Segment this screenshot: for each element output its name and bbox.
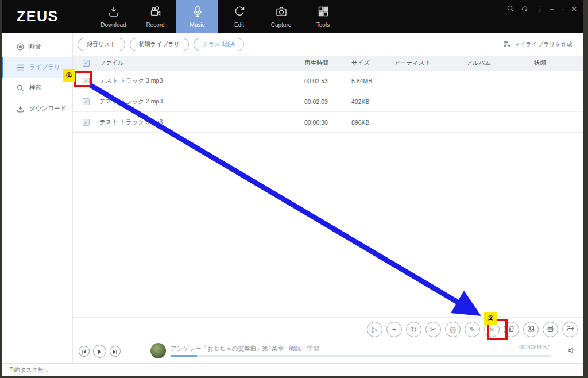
sidebar-item-search[interactable]: 検索	[2, 78, 72, 98]
player-controls	[79, 345, 121, 358]
stack-icon	[547, 325, 554, 334]
list-icon	[16, 64, 24, 71]
refresh-icon: ↻	[411, 325, 417, 334]
status-text: 予約タスク無し	[9, 366, 49, 374]
row-checkbox[interactable]: ✓	[83, 98, 90, 105]
tab-music[interactable]: Music	[176, 0, 218, 33]
column-header-file[interactable]: ファイル	[99, 59, 304, 67]
step-1-badge: ①	[63, 69, 75, 82]
batch-button[interactable]	[543, 322, 558, 337]
sidebar-item-download[interactable]: ダウンロード	[2, 98, 72, 119]
table-row[interactable]: ✓ テスト トラック 3.mp3 00:02:53 5.84MB	[73, 71, 583, 91]
cell-file: テスト トラック 2.mp3	[99, 98, 304, 106]
player-bar: アンゲラー「おもちゃの交響曲」第1楽章 - 朗読、学習 00:30/04:57	[73, 341, 583, 363]
filter-pill-recording-list[interactable]: 録音リスト	[78, 38, 125, 51]
player-progress-bar[interactable]	[171, 355, 551, 357]
burn-disc-button[interactable]: ◎	[445, 322, 461, 337]
window-controls: ⋮ – ▫ ✕	[507, 5, 577, 13]
cell-size: 402KB	[351, 98, 394, 105]
column-header-artist[interactable]: アーティスト	[394, 59, 466, 67]
close-button[interactable]: ✕	[571, 6, 577, 13]
filter-bar: 録音リスト 初期ライブラリ クラス 1組A マイライブラリを作成	[73, 33, 583, 56]
top-navigation-bar: ZEUS Download Record	[2, 0, 583, 33]
play-icon: ▷	[372, 325, 378, 334]
pill-label: 初期ライブラリ	[139, 40, 180, 48]
track-list: ✓ テスト トラック 3.mp3 00:02:53 5.84MB ✓ テスト ト…	[73, 71, 583, 133]
search-icon	[16, 84, 24, 92]
sidebar-item-label: ライブラリ	[29, 63, 60, 71]
table-row[interactable]: ✓ テスト トラック 2.mp3 00:02:03 402KB	[73, 91, 583, 112]
filter-pill-class-1a[interactable]: クラス 1組A	[194, 38, 244, 51]
sidebar: 録音 ライブラリ 検索 ダウンロード	[2, 33, 73, 363]
cell-duration: 00:00:30	[304, 119, 351, 126]
tab-capture[interactable]: Capture	[260, 0, 302, 33]
column-header-album[interactable]: アルバム	[466, 59, 534, 67]
play-track-button[interactable]	[93, 345, 106, 358]
minimize-button[interactable]: –	[550, 6, 554, 13]
column-header-size[interactable]: サイズ	[351, 59, 394, 67]
download-small-icon	[16, 105, 24, 113]
tab-edit[interactable]: Edit	[218, 0, 260, 33]
nav-label: Music	[189, 22, 204, 28]
sidebar-item-label: 検索	[29, 84, 41, 92]
menu-dots-icon[interactable]: ⋮	[536, 6, 543, 13]
track-title: アンゲラー「おもちゃの交響曲」第1楽章 - 朗読、学習	[171, 345, 319, 353]
cut-button[interactable]: ✂	[425, 322, 441, 337]
tab-record[interactable]: Record	[134, 0, 176, 33]
next-track-button[interactable]	[110, 346, 121, 357]
microphone-icon	[191, 5, 204, 20]
list-plus-icon	[504, 40, 511, 49]
filter-pill-default-library[interactable]: 初期ライブラリ	[130, 38, 189, 51]
player-time: 00:30/04:57	[519, 344, 550, 350]
play-icon	[97, 346, 102, 357]
tab-download[interactable]: Download	[92, 0, 134, 33]
nav-label: Download	[100, 22, 126, 28]
scissors-icon: ✂	[430, 325, 436, 334]
volume-button[interactable]	[568, 346, 576, 357]
camera-icon	[275, 5, 288, 20]
search-icon[interactable]	[507, 5, 514, 13]
pill-label: クラス 1組A	[203, 40, 235, 48]
maximize-button[interactable]: ▫	[562, 6, 564, 13]
previous-track-button[interactable]	[79, 346, 90, 357]
main-content: 録音リスト 初期ライブラリ クラス 1組A マイライブラリを作成 ✓ ファイル …	[73, 33, 583, 363]
step-2-badge: ②	[484, 312, 497, 325]
row-checkbox[interactable]: ✓	[83, 119, 90, 126]
open-folder-button[interactable]	[562, 322, 578, 337]
sidebar-item-library[interactable]: ライブラリ	[2, 57, 72, 78]
support-icon[interactable]	[521, 5, 528, 13]
tab-tools[interactable]: Tools	[302, 0, 344, 33]
nav-label: Edit	[234, 22, 244, 28]
pencil-icon: ✎	[469, 325, 475, 334]
convert-button[interactable]: ↻	[406, 322, 421, 337]
select-all-checkbox[interactable]: ✓	[83, 60, 90, 67]
table-header: ✓ ファイル 再生時間 サイズ アーティスト アルバム 状態	[73, 56, 583, 71]
main-nav: Download Record Music	[92, 0, 344, 33]
play-button[interactable]: ▷	[367, 322, 382, 337]
speaker-icon	[568, 346, 576, 356]
table-row[interactable]: ✓ テスト トラック 5.mp3 00:00:30 896KB	[73, 112, 583, 133]
video-camera-icon	[149, 5, 162, 20]
previous-icon	[82, 346, 87, 357]
sidebar-item-recording[interactable]: 録音	[2, 36, 72, 57]
create-my-library-button[interactable]: マイライブラリを作成	[504, 40, 572, 49]
cell-size: 896KB	[351, 119, 394, 126]
cell-size: 5.84MB	[351, 78, 394, 84]
edit-tag-button[interactable]: ✎	[465, 322, 480, 337]
album-art[interactable]	[150, 343, 166, 358]
add-button[interactable]: +	[386, 322, 402, 337]
cover-image-button[interactable]	[523, 322, 539, 337]
highlight-box-checkbox	[74, 71, 92, 87]
cell-file: テスト トラック 3.mp3	[99, 77, 304, 85]
next-icon	[113, 346, 118, 357]
nav-label: Capture	[271, 22, 292, 28]
sidebar-item-label: 録音	[29, 43, 41, 51]
grid-icon	[317, 5, 330, 20]
status-bar: 予約タスク無し	[2, 363, 583, 376]
image-icon	[527, 325, 535, 334]
pill-label: 録音リスト	[87, 40, 116, 48]
column-header-status[interactable]: 状態	[534, 59, 583, 67]
nav-label: Record	[146, 22, 164, 28]
column-header-duration[interactable]: 再生時間	[304, 59, 351, 67]
nav-label: Tools	[316, 22, 330, 28]
